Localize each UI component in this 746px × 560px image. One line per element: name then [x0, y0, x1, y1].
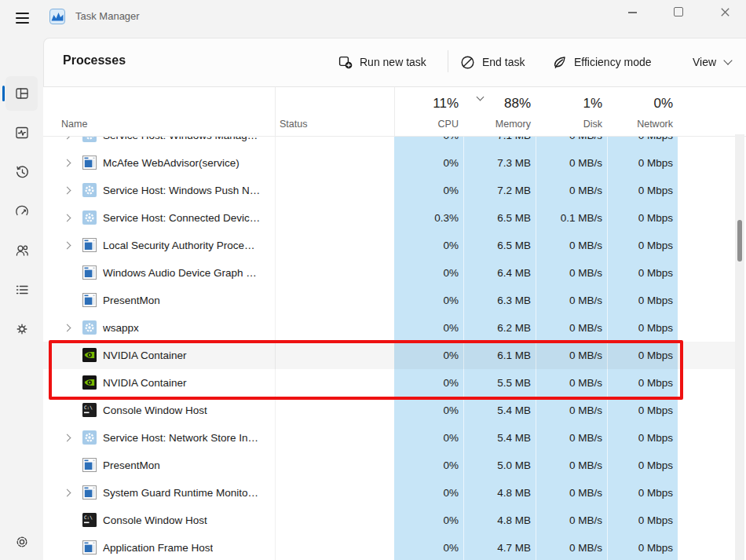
window-icon — [82, 485, 97, 500]
column-header-status[interactable]: Status — [280, 119, 307, 130]
end-task-button[interactable]: End task — [460, 49, 525, 75]
cpu-value: 0% — [394, 424, 463, 452]
table-row[interactable]: Service Host: Connected Devic…0.3%6.5 MB… — [43, 204, 735, 232]
scrollbar-thumb[interactable] — [737, 220, 742, 262]
sidebar-item-app-history[interactable] — [5, 155, 38, 189]
column-header-disk[interactable]: 1% Disk — [536, 87, 607, 136]
table-row[interactable]: NVIDIA Container0%5.5 MB0 MB/s0 Mbps — [43, 369, 735, 397]
expand-chevron-icon[interactable] — [64, 187, 71, 195]
disk-value: 0 MB/s — [536, 369, 607, 397]
process-name: Application Frame Host — [103, 534, 213, 560]
disk-value: 0 MB/s — [536, 314, 607, 342]
page-title: Processes — [63, 53, 126, 68]
process-name: Local Security Authority Proce… — [103, 232, 255, 259]
minimize-button[interactable] — [614, 0, 650, 24]
table-row[interactable]: NVIDIA Container0%6.1 MB0 MB/s0 Mbps — [43, 342, 735, 369]
memory-value: 6.1 MB — [463, 342, 536, 369]
svg-text:C:\: C:\ — [84, 404, 93, 410]
network-value: 0 Mbps — [607, 369, 678, 397]
cpu-value: 0% — [394, 177, 463, 204]
end-task-label: End task — [482, 56, 525, 68]
memory-label: Memory — [496, 119, 531, 130]
table-row[interactable]: C:\Console Window Host0%4.8 MB0 MB/s0 Mb… — [43, 507, 735, 534]
efficiency-mode-icon — [552, 55, 567, 70]
end-task-icon — [460, 55, 475, 70]
table-row[interactable]: McAfee WebAdvisor(service)0%7.3 MB0 MB/s… — [43, 149, 735, 177]
sidebar-item-users[interactable] — [5, 233, 38, 268]
column-header-network[interactable]: 0% Network — [607, 87, 678, 136]
sidebar-item-processes[interactable] — [5, 76, 38, 111]
table-row[interactable]: wsappx0%6.2 MB0 MB/s0 Mbps — [43, 314, 735, 342]
process-table-body: Service Host: Windows Manag…0%7.1 MB0 MB… — [43, 122, 746, 560]
expand-chevron-icon[interactable] — [64, 434, 71, 442]
view-dropdown[interactable]: View — [693, 49, 731, 75]
gear-icon — [82, 183, 97, 197]
column-header-name[interactable]: Name — [61, 119, 87, 130]
table-header: Name Status 11% CPU 88% Memory 1% Disk 0… — [43, 86, 746, 137]
sidebar-item-startup-apps[interactable] — [5, 194, 38, 229]
disk-value: 0.1 MB/s — [536, 204, 607, 232]
window-icon — [82, 293, 97, 307]
table-row[interactable]: PresentMon0%5.0 MB0 MB/s0 Mbps — [43, 452, 735, 479]
hamburger-icon[interactable] — [11, 7, 33, 29]
gear-icon — [82, 430, 97, 445]
console-icon: C:\ — [82, 513, 97, 527]
gear-icon — [82, 210, 97, 225]
sidebar-item-performance[interactable] — [5, 115, 38, 150]
performance-icon — [14, 125, 30, 141]
run-new-task-icon — [338, 55, 353, 69]
process-name: Service Host: Network Store In… — [103, 424, 258, 452]
sidebar-item-details[interactable] — [5, 273, 38, 307]
process-name: PresentMon — [103, 287, 160, 314]
gear-icon — [82, 320, 97, 335]
table-row[interactable]: Windows Audio Device Graph …0%6.4 MB0 MB… — [43, 259, 735, 287]
sidebar-item-settings[interactable] — [5, 525, 38, 559]
close-button[interactable] — [707, 0, 743, 24]
table-row[interactable]: Application Frame Host0%4.7 MB0 MB/s0 Mb… — [43, 534, 735, 560]
window-icon — [82, 540, 97, 555]
cpu-value: 0% — [394, 479, 463, 507]
expand-chevron-icon[interactable] — [64, 159, 71, 167]
expand-chevron-icon[interactable] — [64, 214, 71, 222]
expand-chevron-icon[interactable] — [64, 324, 71, 332]
view-label: View — [693, 56, 716, 68]
sidebar-item-services[interactable] — [5, 312, 38, 346]
expand-chevron-icon[interactable] — [64, 489, 71, 497]
chevron-down-icon — [723, 56, 732, 64]
efficiency-mode-button[interactable]: Efficiency mode — [552, 49, 652, 75]
scrollbar-track[interactable] — [735, 134, 744, 560]
cpu-value: 0.3% — [394, 204, 463, 232]
disk-total-percent: 1% — [583, 96, 602, 112]
table-row[interactable]: Local Security Authority Proce…0%6.5 MB0… — [43, 232, 735, 259]
disk-value: 0 MB/s — [536, 342, 607, 369]
maximize-button[interactable] — [660, 0, 697, 24]
memory-value: 4.8 MB — [463, 507, 536, 534]
cpu-value: 0% — [394, 149, 463, 177]
cpu-value: 0% — [394, 507, 463, 534]
column-header-cpu[interactable]: 11% CPU — [394, 87, 463, 136]
window-icon — [82, 156, 97, 170]
process-name: NVIDIA Container — [103, 342, 187, 369]
table-row[interactable]: C:\Console Window Host0%5.4 MB0 MB/s0 Mb… — [43, 397, 735, 424]
disk-label: Disk — [583, 119, 602, 130]
table-row[interactable]: Service Host: Windows Push N…0%7.2 MB0 M… — [43, 177, 735, 204]
table-row[interactable]: System Guard Runtime Monito…0%4.8 MB0 MB… — [43, 479, 735, 507]
memory-value: 5.5 MB — [463, 369, 536, 397]
network-value: 0 Mbps — [607, 342, 678, 369]
disk-value: 0 MB/s — [536, 424, 607, 452]
expand-chevron-icon[interactable] — [64, 242, 71, 250]
window-title: Task Manager — [75, 10, 140, 22]
app-history-icon — [14, 164, 30, 180]
run-new-task-button[interactable]: Run new task — [338, 49, 426, 75]
details-icon — [14, 282, 30, 298]
disk-value: 0 MB/s — [536, 507, 607, 534]
table-row[interactable]: PresentMon0%6.3 MB0 MB/s0 Mbps — [43, 287, 735, 314]
memory-value: 6.5 MB — [463, 232, 536, 259]
cpu-total-percent: 11% — [433, 96, 459, 112]
processes-icon — [14, 86, 30, 101]
disk-value: 0 MB/s — [536, 177, 607, 204]
users-icon — [14, 243, 30, 258]
column-header-memory[interactable]: 88% Memory — [463, 87, 536, 136]
toolbar-divider — [448, 50, 448, 72]
table-row[interactable]: Service Host: Network Store In…0%5.4 MB0… — [43, 424, 735, 452]
